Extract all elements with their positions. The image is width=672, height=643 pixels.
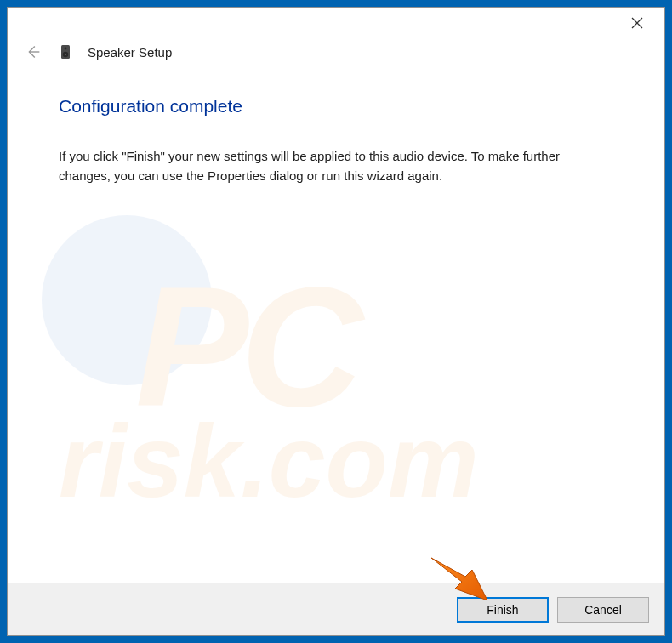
- speaker-icon: [57, 43, 74, 60]
- close-icon: [631, 17, 643, 29]
- svg-point-5: [65, 48, 67, 50]
- page-heading: Configuration complete: [59, 96, 613, 117]
- speaker-setup-dialog: Speaker Setup PC risk.com Configuration …: [7, 7, 665, 636]
- back-arrow-icon: [24, 43, 43, 61]
- header-row: Speaker Setup: [8, 38, 664, 62]
- footer-bar: Finish Cancel: [8, 583, 664, 635]
- page-body-text: If you click "Finish" your new settings …: [59, 147, 578, 185]
- back-button[interactable]: [23, 42, 43, 62]
- close-button[interactable]: [620, 10, 654, 36]
- wizard-title: Speaker Setup: [88, 45, 172, 60]
- finish-button[interactable]: Finish: [457, 597, 549, 623]
- watermark: PC risk.com: [8, 62, 664, 583]
- svg-point-6: [65, 54, 66, 55]
- content-area: PC risk.com Configuration complete If yo…: [8, 62, 664, 583]
- cancel-button[interactable]: Cancel: [557, 597, 649, 623]
- titlebar: [8, 8, 664, 38]
